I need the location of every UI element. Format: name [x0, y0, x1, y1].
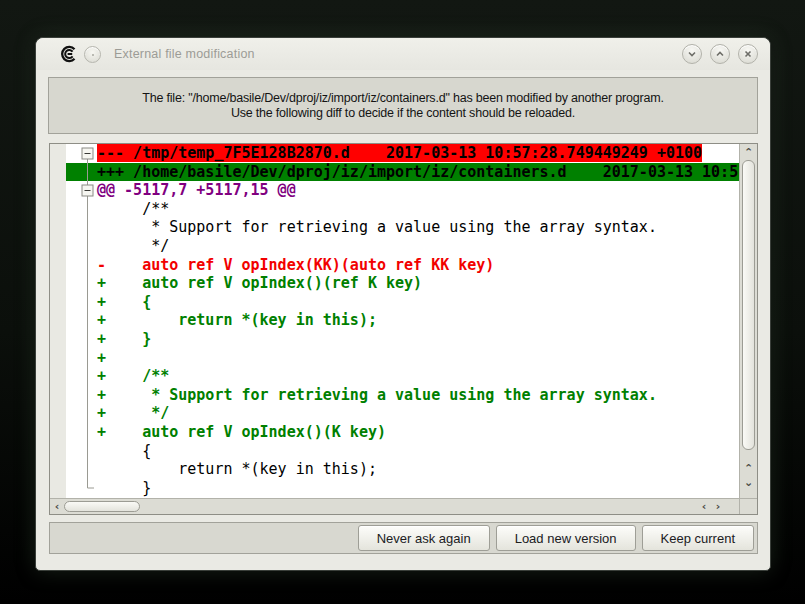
window-title: External file modification	[114, 47, 682, 61]
horizontal-scrollbar[interactable]: ‹ ‹ ›	[50, 498, 739, 514]
coedit-logo-icon	[60, 45, 78, 63]
diff-line: + auto ref V opIndex()(K key)	[66, 423, 739, 442]
scroll-right-icon[interactable]: ›	[713, 499, 723, 514]
dialog-window: External file modification	[35, 37, 771, 571]
horizontal-scrollbar-thumb[interactable]	[64, 501, 140, 512]
scroll-left-icon[interactable]: ‹	[699, 499, 709, 514]
message-line-2: Use the following diff to decide if the …	[231, 106, 575, 121]
diff-viewport[interactable]: --- /tmp/temp_7F5E128B2870.d 2017-03-13 …	[66, 144, 739, 498]
diff-left-margin	[50, 144, 66, 498]
window-menu-button[interactable]	[84, 46, 101, 63]
chevron-up-icon	[714, 48, 726, 60]
diff-line: + }	[66, 330, 739, 349]
diff-line: @@ -5117,7 +5117,15 @@	[66, 181, 739, 200]
vertical-scrollbar-thumb[interactable]	[742, 160, 755, 450]
diff-line: * Support for retrieving a value using t…	[66, 218, 739, 237]
diff-line: +	[66, 349, 739, 368]
diff-line: + */	[66, 404, 739, 423]
diff-line: + return *(key in this);	[66, 311, 739, 330]
diff-line: /**	[66, 200, 739, 219]
diff-line: */	[66, 237, 739, 256]
vertical-scrollbar[interactable]: ⌃ ⌃ ⌄	[739, 144, 757, 498]
diff-line: + /**	[66, 367, 739, 386]
diff-lines: --- /tmp/temp_7F5E128B2870.d 2017-03-13 …	[66, 144, 739, 497]
minimize-button[interactable]	[682, 44, 702, 64]
title-bar[interactable]: External file modification	[36, 38, 770, 70]
diff-line: }	[66, 479, 739, 498]
chevron-down-icon	[686, 48, 698, 60]
keep-current-button[interactable]: Keep current	[642, 525, 754, 551]
close-button[interactable]	[738, 44, 758, 64]
scroll-up-icon[interactable]: ⌃	[740, 146, 757, 158]
load-new-version-button[interactable]: Load new version	[496, 525, 636, 551]
diff-scroll-area: --- /tmp/temp_7F5E128B2870.d 2017-03-13 …	[49, 143, 758, 515]
diff-line: return *(key in this);	[66, 460, 739, 479]
message-line-1: The file: "/home/basile/Dev/dproj/iz/imp…	[142, 91, 664, 106]
scroll-left-icon[interactable]: ‹	[52, 499, 62, 514]
diff-line: {	[66, 442, 739, 461]
diff-line: + auto ref V opIndex()(ref K key)	[66, 274, 739, 293]
never-ask-again-button[interactable]: Never ask again	[358, 525, 490, 551]
close-icon	[742, 48, 754, 60]
diff-line: +++ /home/basile/Dev/dproj/iz/import/iz/…	[66, 163, 739, 182]
button-bar: Never ask again Load new version Keep cu…	[49, 522, 758, 554]
scrollbar-corner	[739, 498, 757, 514]
desktop-background: External file modification	[0, 0, 805, 604]
message-panel: The file: "/home/basile/Dev/dproj/iz/imp…	[48, 77, 758, 134]
diff-line: --- /tmp/temp_7F5E128B2870.d 2017-03-13 …	[66, 144, 739, 163]
scroll-up-icon[interactable]: ⌃	[740, 462, 757, 474]
diff-line: + * Support for retrieving a value using…	[66, 386, 739, 405]
scroll-down-icon[interactable]: ⌄	[740, 476, 757, 488]
diff-line: + {	[66, 293, 739, 312]
maximize-button[interactable]	[710, 44, 730, 64]
diff-line: - auto ref V opIndex(KK)(auto ref KK key…	[66, 256, 739, 275]
